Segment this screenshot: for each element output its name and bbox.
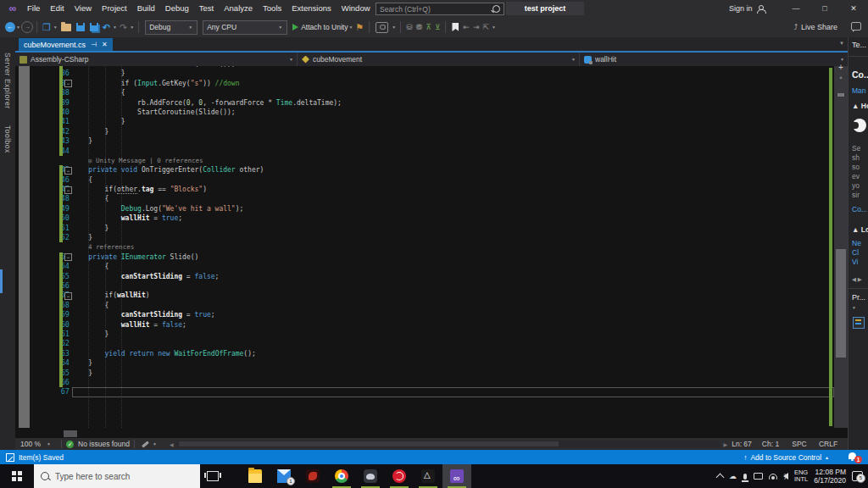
vertical-scrollbar[interactable] — [834, 66, 848, 428]
navigate-symbol-icon[interactable]: ⛃ — [416, 23, 423, 31]
taskbar-visual-studio[interactable] — [442, 464, 471, 488]
code-line-53[interactable]: 53− private IEnumerator Slide() — [15, 252, 834, 262]
code-line-55[interactable]: 55 canStartSliding = false; — [15, 272, 834, 281]
navigate-forward-icon[interactable]: → — [21, 21, 33, 33]
code-line-42[interactable]: 42 } — [15, 127, 834, 136]
tray-overflow-chevron-icon[interactable] — [715, 474, 724, 482]
code-line-67[interactable]: 67 — [15, 387, 834, 396]
language-indicator[interactable]: ENG INTL — [794, 469, 808, 483]
connect-link[interactable]: Co... — [852, 205, 867, 214]
code-line-64[interactable]: 64 } — [15, 358, 834, 368]
taskbar-unity[interactable] — [414, 464, 442, 488]
navigate-back-icon[interactable]: ← — [5, 22, 15, 32]
taskbar-clock[interactable]: 12:08 PM 6/17/2020 — [814, 468, 846, 485]
attach-to-unity-button[interactable]: Attach to Unity — [301, 23, 348, 31]
taskbar-file-explorer[interactable] — [241, 464, 270, 488]
redo-dropdown[interactable]: ▼ — [130, 25, 134, 30]
status-hscroll-track[interactable] — [177, 441, 721, 447]
new-project-icon[interactable]: ❐ — [42, 20, 51, 34]
add-to-source-control-button[interactable]: ↑ Add to Source Control ▲ — [743, 453, 829, 462]
menu-project[interactable]: Project — [97, 0, 132, 17]
horizontal-scroll-thumb[interactable] — [64, 430, 77, 437]
navigate-back-dropdown[interactable]: ▼ — [16, 25, 20, 30]
volume-icon[interactable] — [783, 473, 788, 480]
code-line-38[interactable]: 38 { — [15, 88, 834, 97]
task-view-button[interactable] — [200, 464, 225, 488]
clone-repo-link[interactable]: Cl — [852, 248, 859, 257]
fold-marker[interactable]: − — [64, 253, 72, 261]
taskbar-red-app[interactable] — [385, 464, 414, 488]
undo-dropdown[interactable]: ▼ — [113, 25, 117, 30]
code-line-46[interactable]: 46 { — [15, 175, 834, 185]
previous-bookmark-icon[interactable]: ⇤ — [463, 23, 470, 31]
menu-extensions[interactable]: Extensions — [287, 0, 336, 17]
quick-search-box[interactable]: Search (Ctrl+Q) — [376, 3, 504, 15]
action-center-icon[interactable]: 5 — [852, 471, 863, 481]
code-line-43[interactable]: 43 } — [15, 136, 834, 146]
code-line-63[interactable]: 63 yield return new WaitForEndOfFrame(); — [15, 349, 834, 358]
manage-connections-link[interactable]: Man — [852, 86, 866, 95]
find-in-files-icon[interactable]: ⛁ — [406, 23, 413, 31]
code-line-45[interactable]: 45− private void OnTriggerEnter(Collider… — [15, 165, 834, 175]
code-line-47[interactable]: 47− if(other.tag == "Blocks") — [15, 185, 834, 194]
fold-marker[interactable]: − — [64, 186, 72, 194]
start-button[interactable] — [0, 464, 34, 488]
solution-configuration-combo[interactable]: Debug▼ — [145, 20, 198, 35]
wifi-icon[interactable] — [769, 474, 777, 480]
code-editor[interactable]: 35 StartCoroutine(Slide());36 }37− if (I… — [15, 66, 834, 428]
code-line-62[interactable]: 62 — [15, 339, 834, 348]
next-bookmark-icon[interactable]: ⇥ — [473, 23, 480, 31]
vertical-scroll-thumb[interactable] — [836, 249, 846, 358]
open-file-icon[interactable] — [61, 24, 71, 31]
code-line-36[interactable]: 36 } — [15, 69, 834, 78]
source-control-dropdown[interactable]: ▲ — [825, 455, 829, 460]
comment-icon[interactable]: ⊼ — [426, 23, 431, 31]
properties-window-icon[interactable] — [853, 317, 865, 329]
menu-build[interactable]: Build — [132, 0, 160, 17]
toolbox-tab[interactable]: Toolbox — [3, 125, 12, 153]
intellitrace-dropdown[interactable]: ▼ — [392, 25, 396, 30]
code-line-41[interactable]: 41 } — [15, 117, 834, 126]
code-line-59[interactable]: 59 canStartSliding = true; — [15, 310, 834, 319]
sign-in-button[interactable]: Sign in — [729, 0, 765, 17]
view-repo-link[interactable]: Vi — [852, 258, 858, 266]
code-line-48[interactable]: 48 { — [15, 194, 834, 203]
taskbar-dragon-app[interactable] — [298, 464, 327, 488]
menu-tools[interactable]: Tools — [258, 0, 287, 17]
pin-icon[interactable]: ⊣ — [91, 41, 97, 48]
code-line-39[interactable]: 39 rb.AddForce(0, 0, -forwardForce * Tim… — [15, 98, 834, 108]
taskbar-mail[interactable]: 1 — [270, 464, 298, 488]
local-repos-header[interactable]: ▲ Lo — [852, 225, 868, 234]
code-line-37[interactable]: 37− if (Input.GetKey("s")) //down — [15, 79, 834, 88]
code-line-61[interactable]: 61 } — [15, 330, 834, 339]
tab-close-icon[interactable]: ✕ — [102, 41, 108, 48]
save-all-icon[interactable] — [90, 23, 98, 31]
clear-bookmarks-icon[interactable]: ⇱ — [483, 23, 490, 31]
code-cleanup-icon[interactable] — [142, 441, 149, 447]
bookmarks-dropdown[interactable]: ▼ — [492, 25, 496, 30]
zoom-control[interactable]: 100 % ▼ — [15, 440, 57, 448]
send-feedback-icon[interactable] — [851, 22, 861, 30]
code-line-60[interactable]: 60 wallHit = false; — [15, 320, 834, 330]
code-line-66[interactable]: 66 — [15, 378, 834, 387]
menu-window[interactable]: Window — [337, 0, 376, 17]
close-button[interactable]: ✕ — [839, 0, 868, 17]
intellitrace-icon[interactable] — [376, 22, 388, 33]
active-files-dropdown[interactable]: ▼ — [839, 41, 844, 46]
new-project-dropdown[interactable]: ▼ — [53, 25, 58, 30]
onedrive-cloud-icon[interactable]: ☁ — [729, 472, 737, 480]
redo-icon[interactable]: ↷ — [120, 20, 127, 34]
server-explorer-tab[interactable]: Server Explorer — [3, 53, 12, 109]
horizontal-scrollbar[interactable] — [15, 428, 834, 438]
type-dropdown[interactable]: cubeMovement ▼ — [298, 53, 580, 66]
taskbar-search-box[interactable]: Type here to search — [34, 464, 200, 488]
uncomment-icon[interactable]: ⊻ — [435, 23, 441, 31]
properties-dropdown[interactable]: ▼ — [852, 305, 856, 310]
taskbar-chrome[interactable] — [327, 464, 356, 488]
start-debug-icon[interactable] — [292, 24, 298, 30]
code-line-65[interactable]: 65 } — [15, 369, 834, 378]
tab-cubemovement[interactable]: cubeMovement.cs ⊣ ✕ — [19, 38, 113, 51]
maximize-button[interactable]: □ — [810, 0, 839, 17]
panel-nav-arrows[interactable]: ◀ ▶ — [852, 276, 862, 283]
code-line-56[interactable]: 56 — [15, 281, 834, 291]
